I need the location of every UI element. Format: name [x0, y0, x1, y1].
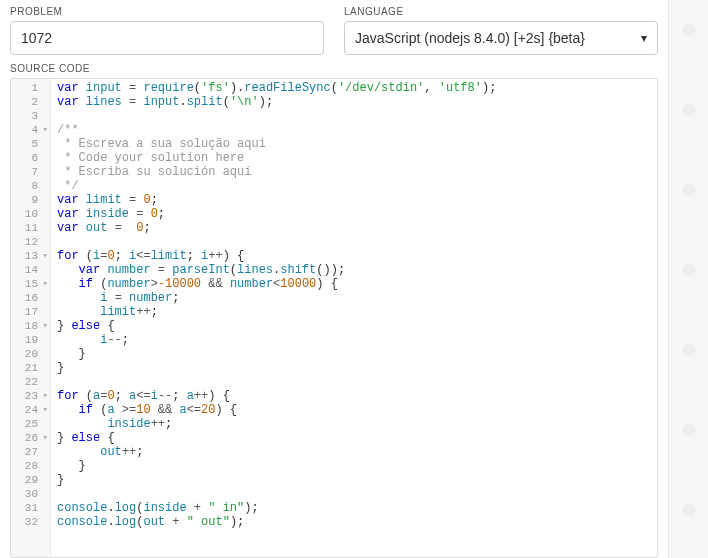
- top-controls: PROBLEM LANGUAGE JavaScript (nodejs 8.4.…: [10, 6, 658, 55]
- gutter-line: 12: [11, 235, 48, 249]
- code-line[interactable]: var out = 0;: [57, 221, 651, 235]
- gutter-line: 18: [11, 319, 48, 333]
- main-panel: PROBLEM LANGUAGE JavaScript (nodejs 8.4.…: [0, 0, 668, 558]
- code-line[interactable]: i = number;: [57, 291, 651, 305]
- code-line[interactable]: } else {: [57, 431, 651, 445]
- gutter-line: 30: [11, 487, 48, 501]
- gutter-line: 29: [11, 473, 48, 487]
- gutter-line: 31: [11, 501, 48, 515]
- gutter-line: 25: [11, 417, 48, 431]
- gutter-line: 15: [11, 277, 48, 291]
- gutter-line: 8: [11, 179, 48, 193]
- code-editor[interactable]: 1234567891011121314151617181920212223242…: [10, 78, 658, 558]
- problem-field-group: PROBLEM: [10, 6, 324, 55]
- gutter-line: 28: [11, 459, 48, 473]
- code-line[interactable]: }: [57, 459, 651, 473]
- code-line[interactable]: var lines = input.split('\n');: [57, 95, 651, 109]
- source-code-label: SOURCE CODE: [10, 63, 658, 74]
- gutter-line: 6: [11, 151, 48, 165]
- code-line[interactable]: var limit = 0;: [57, 193, 651, 207]
- code-line[interactable]: var inside = 0;: [57, 207, 651, 221]
- code-line[interactable]: }: [57, 473, 651, 487]
- gutter-line: 16: [11, 291, 48, 305]
- code-line[interactable]: limit++;: [57, 305, 651, 319]
- code-line[interactable]: console.log(out + " out");: [57, 515, 651, 529]
- code-line[interactable]: [57, 109, 651, 123]
- code-line[interactable]: }: [57, 361, 651, 375]
- code-line[interactable]: * Escriba su solución aquí: [57, 165, 651, 179]
- code-line[interactable]: var input = require('fs').readFileSync('…: [57, 81, 651, 95]
- gutter-line: 11: [11, 221, 48, 235]
- code-line[interactable]: } else {: [57, 319, 651, 333]
- language-label: LANGUAGE: [344, 6, 658, 17]
- gutter-line: 26: [11, 431, 48, 445]
- gutter-line: 27: [11, 445, 48, 459]
- code-line[interactable]: [57, 487, 651, 501]
- decorative-sidebar: [668, 0, 708, 558]
- gutter-line: 19: [11, 333, 48, 347]
- language-field-group: LANGUAGE JavaScript (nodejs 8.4.0) [+2s]…: [344, 6, 658, 55]
- code-line[interactable]: [57, 375, 651, 389]
- problem-input[interactable]: [10, 21, 324, 55]
- gutter-line: 23: [11, 389, 48, 403]
- code-line[interactable]: var number = parseInt(lines.shift());: [57, 263, 651, 277]
- problem-label: PROBLEM: [10, 6, 324, 17]
- code-line[interactable]: [57, 235, 651, 249]
- gutter-line: 9: [11, 193, 48, 207]
- gutter-line: 5: [11, 137, 48, 151]
- gutter-line: 2: [11, 95, 48, 109]
- code-line[interactable]: i--;: [57, 333, 651, 347]
- gutter-line: 17: [11, 305, 48, 319]
- code-line[interactable]: if (number>-10000 && number<10000) {: [57, 277, 651, 291]
- code-line[interactable]: for (i=0; i<=limit; i++) {: [57, 249, 651, 263]
- gutter-line: 14: [11, 263, 48, 277]
- editor-gutter: 1234567891011121314151617181920212223242…: [11, 79, 51, 557]
- gutter-line: 20: [11, 347, 48, 361]
- gutter-line: 21: [11, 361, 48, 375]
- code-line[interactable]: * Code your solution here: [57, 151, 651, 165]
- gutter-line: 24: [11, 403, 48, 417]
- gutter-line: 10: [11, 207, 48, 221]
- code-line[interactable]: * Escreva a sua solução aqui: [57, 137, 651, 151]
- chevron-down-icon: ▾: [641, 31, 647, 45]
- gutter-line: 32: [11, 515, 48, 529]
- code-line[interactable]: out++;: [57, 445, 651, 459]
- gutter-line: 3: [11, 109, 48, 123]
- language-select[interactable]: JavaScript (nodejs 8.4.0) [+2s] {beta} ▾: [344, 21, 658, 55]
- gutter-line: 4: [11, 123, 48, 137]
- code-line[interactable]: /**: [57, 123, 651, 137]
- code-line[interactable]: }: [57, 347, 651, 361]
- gutter-line: 13: [11, 249, 48, 263]
- code-line[interactable]: for (a=0; a<=i--; a++) {: [57, 389, 651, 403]
- gutter-line: 22: [11, 375, 48, 389]
- gutter-line: 7: [11, 165, 48, 179]
- gutter-line: 1: [11, 81, 48, 95]
- code-line[interactable]: console.log(inside + " in");: [57, 501, 651, 515]
- editor-code-area[interactable]: var input = require('fs').readFileSync('…: [51, 79, 657, 557]
- language-value: JavaScript (nodejs 8.4.0) [+2s] {beta}: [355, 30, 585, 46]
- code-line[interactable]: if (a >=10 && a<=20) {: [57, 403, 651, 417]
- code-line[interactable]: inside++;: [57, 417, 651, 431]
- code-line[interactable]: */: [57, 179, 651, 193]
